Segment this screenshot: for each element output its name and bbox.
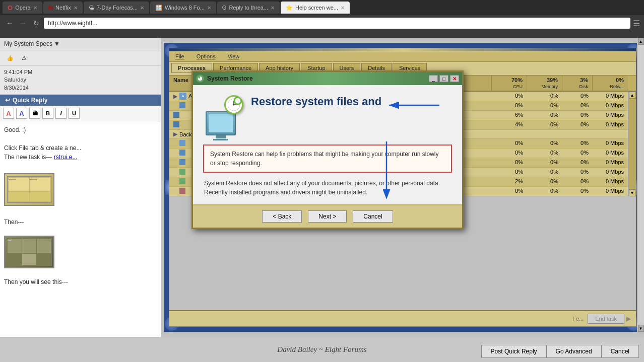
quick-reply-label: Quick Reply: [13, 97, 47, 104]
sr-normal-text: System Restore does not affect any of yo…: [203, 179, 452, 197]
then-you-label: Then you will see this---: [4, 277, 157, 286]
svg-marker-4: [240, 99, 242, 101]
sr-title-text: System Restore: [207, 75, 253, 82]
bottom-bar: David Bailey ~ Eight Forums Post Quick R…: [0, 337, 644, 362]
time-display: 9:41:04 PM Saturday 8/30/2014: [0, 66, 161, 95]
sr-minimize-button[interactable]: _: [429, 75, 438, 82]
tab-opera[interactable]: O Opera ✕: [3, 2, 42, 14]
reply-line-1: Good. :): [4, 125, 157, 134]
sidebar-icons-row: 👍 ⚠: [0, 50, 161, 66]
expand-icon-2[interactable]: ▶: [173, 131, 177, 137]
system-restore-dialog: System Restore _ □ ✕: [191, 70, 464, 229]
url-text: http://www.eightf...: [48, 20, 97, 27]
sr-maximize-button[interactable]: □: [439, 75, 448, 82]
col-disk-header[interactable]: 3% Disk: [562, 76, 593, 91]
reply-line-2: Click File tab & create a ne...: [4, 143, 157, 153]
browser-chrome: O Opera ✕ N Netflix ✕ 🌤 7-Day Forecas...…: [0, 0, 644, 38]
warning-icon[interactable]: ⚠: [18, 52, 30, 64]
font-color-button[interactable]: A: [3, 108, 14, 119]
current-date: 8/30/2014: [4, 84, 157, 92]
tab-bar: O Opera ✕ N Netflix ✕ 🌤 7-Day Forecas...…: [0, 0, 644, 15]
reply-text-area[interactable]: Good. :) Click File tab & create a ne...…: [0, 121, 161, 349]
sr-titlebar: System Restore _ □ ✕: [193, 72, 462, 85]
system-specs-button[interactable]: My System Specs ▼: [4, 40, 60, 47]
screenshot-thumb-1[interactable]: ▬▬▬ ▬▬▬: [4, 173, 54, 206]
cancel-button[interactable]: Cancel: [602, 345, 639, 358]
sr-footer: < Back Next > Cancel: [193, 204, 462, 228]
col-cpu-header[interactable]: 70% CPU: [492, 76, 527, 91]
main-scrollbar[interactable]: ▲ ▼: [637, 38, 644, 332]
annotation-arrow-1: [387, 98, 442, 115]
image-button[interactable]: 🏔: [29, 108, 40, 119]
tab-close-help[interactable]: ✕: [341, 5, 345, 11]
post-quick-reply-button[interactable]: Post Quick Reply: [481, 345, 547, 358]
tab-netflix[interactable]: N Netflix ✕: [43, 2, 83, 14]
tm-status-bar: Fe... End task ▶: [169, 310, 636, 326]
tm-options-menu[interactable]: Options: [190, 52, 222, 60]
tm-file-menu[interactable]: File: [169, 52, 190, 60]
thumbs-up-icon[interactable]: 👍: [4, 52, 16, 64]
bold-button[interactable]: B: [42, 108, 53, 119]
end-task-button[interactable]: End task: [588, 314, 624, 324]
col-mem-header[interactable]: 39% Memory: [527, 76, 562, 91]
scroll-down[interactable]: ▼: [629, 189, 636, 196]
tab-close-reply[interactable]: ✕: [271, 5, 275, 11]
chevron-down-icon: ▼: [54, 40, 60, 47]
font-style-button[interactable]: A: [16, 108, 27, 119]
sr-highlighted-box: System Restore can help fix problems tha…: [203, 144, 452, 173]
reply-arrow-icon: ↩: [5, 97, 10, 104]
current-day: Saturday: [4, 76, 157, 84]
tab-close-opera[interactable]: ✕: [33, 5, 37, 11]
main-area: File Options View Processes Performance …: [161, 38, 644, 362]
back-button[interactable]: ←: [4, 18, 15, 28]
sr-heading: Restore system files and: [251, 95, 381, 108]
sr-next-button[interactable]: Next >: [308, 210, 347, 223]
sr-icon: [203, 95, 243, 135]
sr-title-icon: [196, 75, 204, 83]
current-time: 9:41:04 PM: [4, 68, 157, 76]
tab-reply[interactable]: G Reply to threa... ✕: [217, 2, 280, 14]
editor-toolbar: A A 🏔 B I U: [0, 106, 161, 121]
system-specs-label: My System Specs: [4, 40, 52, 47]
forward-button[interactable]: →: [18, 18, 29, 28]
scroll-up[interactable]: ▲: [629, 92, 636, 99]
sidebar: My System Specs ▼ 👍 ⚠ 9:41:04 PM Saturda…: [0, 38, 161, 362]
tab-close-7day[interactable]: ✕: [140, 5, 144, 11]
then-label: Then---: [4, 218, 157, 227]
underline-button[interactable]: U: [69, 108, 80, 119]
tab-help[interactable]: ⭐ Help screen we... ✕: [281, 2, 350, 14]
footer-signature: David Bailey ~ Eight Forums: [277, 345, 366, 354]
italic-button[interactable]: I: [55, 108, 67, 119]
tm-view-menu[interactable]: View: [222, 52, 246, 60]
tab-7day[interactable]: 🌤 7-Day Forecas... ✕: [84, 2, 149, 14]
go-advanced-button[interactable]: Go Advanced: [547, 345, 602, 358]
refresh-button[interactable]: ↻: [31, 18, 41, 28]
tab-win8[interactable]: 🪟 Windows 8 Fo... ✕: [150, 2, 216, 14]
browser-menu-button[interactable]: ☰: [633, 19, 640, 28]
quick-reply-header: ↩ Quick Reply: [0, 95, 161, 106]
page-content: My System Specs ▼ 👍 ⚠ 9:41:04 PM Saturda…: [0, 38, 644, 362]
sr-body: Restore system files and: [193, 85, 462, 204]
sr-back-button[interactable]: < Back: [262, 210, 302, 223]
annotation-arrow-2: [371, 139, 402, 199]
reply-line-3: The new task is--- rstrui.e...: [4, 153, 157, 162]
screenshot-thumb-2[interactable]: ▬▬: [4, 236, 54, 268]
sr-close-button[interactable]: ✕: [450, 75, 459, 82]
footer-actions: Post Quick Reply Go Advanced Cancel: [481, 345, 639, 358]
scrollbar[interactable]: ▲ ▼: [628, 92, 636, 196]
address-bar: ← → ↻ http://www.eightf... ☰: [0, 15, 644, 31]
tab-close-netflix[interactable]: ✕: [74, 5, 78, 11]
sr-cancel-button[interactable]: Cancel: [353, 210, 393, 223]
url-bar[interactable]: http://www.eightf...: [44, 18, 630, 29]
col-net-header[interactable]: 0% Netw...: [593, 76, 628, 91]
sidebar-header: My System Specs ▼: [0, 38, 161, 50]
fe-label: Fe...: [572, 316, 584, 322]
expand-icon[interactable]: ▶: [173, 93, 177, 100]
chevron-right-icon: ▶: [626, 315, 631, 322]
tab-close-win8[interactable]: ✕: [207, 5, 211, 11]
